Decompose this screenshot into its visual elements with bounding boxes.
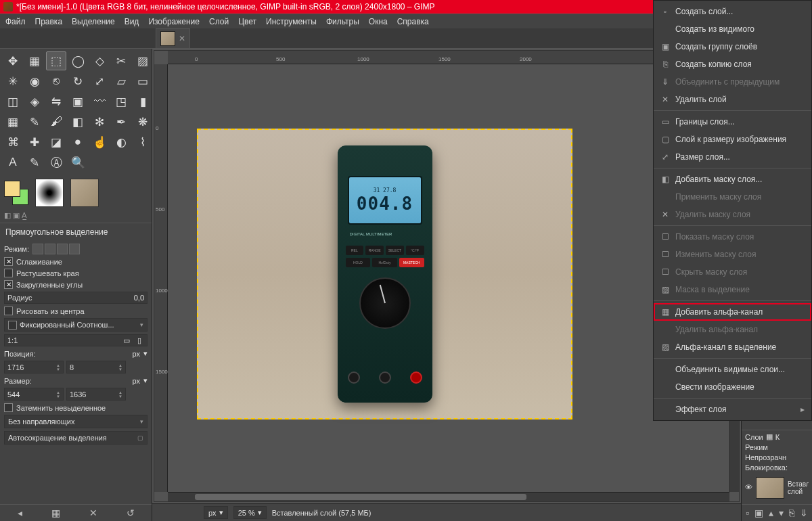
smudge-tool-icon[interactable]: ☝ <box>89 133 110 152</box>
document-tab[interactable]: ✕ <box>156 28 190 49</box>
ink-tool-icon[interactable]: ✒ <box>111 112 131 131</box>
images-icon[interactable]: A̲ <box>22 211 27 220</box>
menu-tools[interactable]: Инструменты <box>266 17 317 26</box>
mode-subtract-icon[interactable] <box>57 244 68 254</box>
raise-layer-icon[interactable]: ▴ <box>769 507 773 518</box>
merge-down-icon[interactable]: ⇓ <box>800 507 808 518</box>
device-status-icon[interactable]: ◧ <box>4 211 11 220</box>
paths-tool-icon[interactable]: ⌇ <box>133 133 153 152</box>
cm-apply-mask[interactable]: Применить маску слоя <box>654 188 811 206</box>
zoom-dropdown[interactable]: 25 %▾ <box>233 506 267 519</box>
cm-effect[interactable]: Эффект слоя▸ <box>654 401 811 418</box>
cm-mask-sel[interactable]: ▨Маска в выделение <box>654 281 811 298</box>
cm-flatten[interactable]: Свести изображение <box>654 378 811 396</box>
from-center-checkbox[interactable] <box>4 307 13 315</box>
3d-transform-tool-icon[interactable]: ◳ <box>111 92 131 111</box>
measure-tool-icon[interactable]: Ⓐ <box>46 153 66 172</box>
clone-tool-icon[interactable]: ⌘ <box>3 133 23 152</box>
layers-tab[interactable]: Слои <box>745 433 763 441</box>
ratio-input[interactable]: 1:1 <box>5 336 20 344</box>
tool-options-icon[interactable]: ▣ <box>13 211 20 220</box>
menu-help[interactable]: Справка <box>397 17 429 26</box>
menu-edit[interactable]: Правка <box>35 17 63 26</box>
gradient-tool-icon[interactable]: ▦ <box>3 112 23 131</box>
menu-view[interactable]: Вид <box>125 17 139 26</box>
rotate-tool-icon[interactable]: ↻ <box>68 72 88 91</box>
horizontal-ruler[interactable]: 0 500 1000 1500 2000 <box>168 51 729 64</box>
fg-color-swatch[interactable] <box>4 181 20 197</box>
restore-preset-icon[interactable]: ▦ <box>51 507 60 518</box>
mode-intersect-icon[interactable] <box>69 244 80 254</box>
cm-group[interactable]: ▣Создать группу слоёв <box>654 38 811 55</box>
reset-preset-icon[interactable]: ↺ <box>127 507 135 518</box>
cm-show-mask[interactable]: ☐Показать маску слоя <box>654 228 811 246</box>
blur-tool-icon[interactable]: ● <box>68 133 88 152</box>
close-icon[interactable]: ✕ <box>179 34 185 43</box>
cm-delete-mask[interactable]: ✕Удалить маску слоя <box>654 206 811 223</box>
shear-tool-icon[interactable]: ▱ <box>111 72 131 91</box>
unit-dropdown[interactable]: px▾ <box>204 506 228 519</box>
layer-group-icon[interactable]: ▣ <box>754 507 763 518</box>
menu-select[interactable]: Выделение <box>72 17 115 26</box>
align-tool-icon[interactable]: ▦ <box>24 51 45 70</box>
cm-add-alpha[interactable]: ▦Добавить альфа-канал <box>654 303 811 321</box>
cm-to-image[interactable]: ▢Слой к размеру изображения <box>654 131 811 148</box>
pattern-preview[interactable] <box>70 179 99 207</box>
cm-merge-visible[interactable]: Объединить видимые слои... <box>654 361 811 378</box>
orient-landscape-icon[interactable]: ▭ <box>120 336 133 345</box>
autoshrink-button[interactable]: Автосокращение выделения▢ <box>4 431 148 445</box>
text-tool-icon[interactable]: A <box>3 153 23 172</box>
cm-remove-alpha[interactable]: Удалить альфа-канал <box>654 321 811 338</box>
cm-merge-down[interactable]: ⇓Объединить с предыдущим <box>654 73 811 91</box>
menu-windows[interactable]: Окна <box>369 17 388 26</box>
cm-delete[interactable]: ✕Удалить слой <box>654 91 811 108</box>
cm-hide-mask[interactable]: ☐Скрыть маску слоя <box>654 263 811 281</box>
menu-filters[interactable]: Фильтры <box>326 17 359 26</box>
ellipse-select-tool-icon[interactable]: ◯ <box>68 51 88 70</box>
brush-preview[interactable] <box>35 179 64 207</box>
perspective-clone-tool-icon[interactable]: ◪ <box>46 133 66 152</box>
duplicate-layer-icon[interactable]: ⎘ <box>789 507 794 518</box>
lower-layer-icon[interactable]: ▾ <box>779 507 784 518</box>
airbrush-tool-icon[interactable]: ✻ <box>89 112 110 131</box>
flip-tool-icon[interactable]: ⇋ <box>46 92 66 111</box>
position-x-input[interactable]: 1716▲▼ <box>4 361 64 373</box>
rounded-checkbox[interactable]: ✕ <box>4 280 13 289</box>
menu-color[interactable]: Цвет <box>238 17 256 26</box>
position-y-input[interactable]: 8▲▼ <box>66 361 126 373</box>
delete-preset-icon[interactable]: ✕ <box>89 507 97 518</box>
cm-new-layer[interactable]: ▫Создать слой... <box>654 3 811 20</box>
radius-input[interactable]: 0,0 <box>131 294 147 302</box>
darken-checkbox[interactable] <box>4 403 13 412</box>
by-color-select-tool-icon[interactable]: ◉ <box>24 72 45 91</box>
fuzzy-select-tool-icon[interactable]: ✳ <box>3 72 23 91</box>
dodge-tool-icon[interactable]: ◐ <box>111 133 131 152</box>
cage-tool-icon[interactable]: ▣ <box>68 92 88 111</box>
foreground-select-tool-icon[interactable]: ▨ <box>133 51 153 70</box>
unified-transform-tool-icon[interactable]: ◫ <box>3 92 23 111</box>
layer-row[interactable]: 👁 Вставленный слой <box>745 474 809 502</box>
cm-resize[interactable]: ⤢Размер слоя... <box>654 148 811 166</box>
rect-select-tool-icon[interactable]: ⬚ <box>46 51 66 70</box>
scissors-tool-icon[interactable]: ✂ <box>111 51 131 70</box>
size-h-input[interactable]: 1636▲▼ <box>66 388 126 401</box>
size-w-input[interactable]: 544▲▼ <box>4 388 64 401</box>
cm-from-visible[interactable]: Создать из видимого <box>654 20 811 38</box>
eraser-tool-icon[interactable]: ◧ <box>68 112 88 131</box>
scale-tool-icon[interactable]: ⤢ <box>89 72 110 91</box>
visibility-icon[interactable]: 👁 <box>745 483 752 493</box>
zoom-tool-icon[interactable]: 🔍 <box>68 153 88 172</box>
bucket-tool-icon[interactable]: ▮ <box>133 92 153 111</box>
mode-add-icon[interactable] <box>45 244 55 254</box>
free-select-tool-icon[interactable]: ◇ <box>89 51 110 70</box>
perspective-tool-icon[interactable]: ▭ <box>133 72 153 91</box>
move-tool-icon[interactable]: ✥ <box>3 51 23 70</box>
paintbrush-tool-icon[interactable]: 🖌 <box>46 112 66 131</box>
horizontal-scrollbar[interactable] <box>168 492 729 501</box>
pencil-tool-icon[interactable]: ✎ <box>24 112 45 131</box>
handle-transform-tool-icon[interactable]: ◈ <box>24 92 45 111</box>
new-layer-icon[interactable]: ▫ <box>746 507 749 518</box>
cm-edit-mask[interactable]: ☐Изменить маску слоя <box>654 246 811 263</box>
orient-portrait-icon[interactable]: ▯ <box>135 336 144 345</box>
menu-file[interactable]: Файл <box>5 17 26 26</box>
